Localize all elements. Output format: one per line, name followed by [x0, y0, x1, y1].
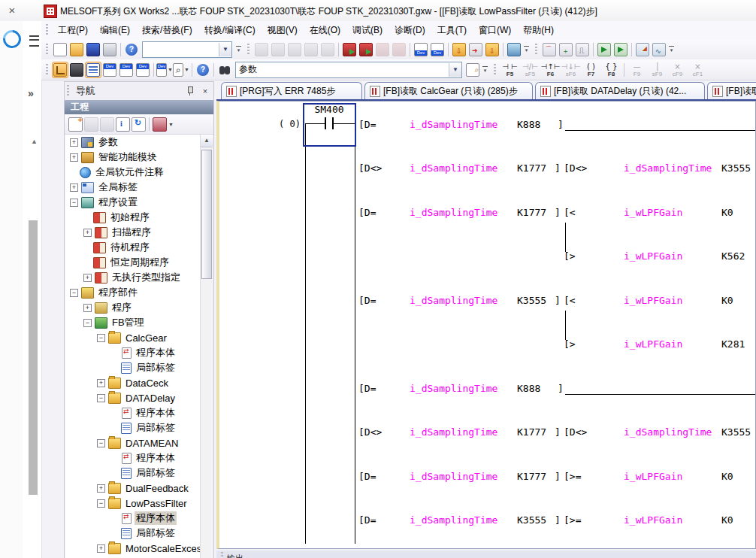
menu-item-7[interactable]: 诊断(D) [389, 22, 431, 39]
device-operand[interactable]: i_dSamplingTime [410, 119, 497, 131]
instruction-op[interactable]: [D= [358, 207, 376, 219]
module-config-button[interactable] [68, 62, 85, 78]
menu-item-2[interactable]: 搜索/替换(F) [136, 22, 198, 39]
hamburger-icon[interactable] [29, 35, 39, 47]
tree-item-智能功能模块[interactable]: +智能功能模块 [65, 150, 200, 165]
constant-operand[interactable]: K888 [517, 119, 540, 131]
nav-scrollbar[interactable]: ▲ [200, 135, 213, 558]
toolbar-overflow-icon[interactable] [667, 41, 676, 58]
tree-item-恒定周期程序[interactable]: 恒定周期程序 [65, 255, 200, 270]
device-operand[interactable]: i_dSamplingTime [410, 426, 497, 438]
constant-operand[interactable]: K0 [721, 514, 733, 526]
ladder-symbol-cF1[interactable]: ×cF1 [688, 61, 708, 79]
print-button[interactable] [101, 41, 118, 58]
close-bracket[interactable]: ] [555, 207, 561, 219]
instruction-op[interactable]: [D= [358, 514, 376, 526]
instruction-op[interactable]: [D<> [564, 426, 587, 438]
menu-grip[interactable] [46, 24, 48, 36]
combobox-value[interactable]: 参数 [236, 63, 449, 76]
tree-expand-icon[interactable]: − [97, 394, 105, 402]
close-bracket[interactable]: ] [558, 119, 564, 131]
instruction-op[interactable]: [> [564, 338, 576, 350]
tree-item-程序设置[interactable]: −程序设置 [65, 195, 200, 210]
tree-expand-icon[interactable]: − [70, 289, 78, 297]
close-bracket[interactable]: ] [555, 295, 561, 307]
device-write-button[interactable] [341, 41, 358, 58]
tree-item-参数[interactable]: +参数 [65, 135, 200, 150]
constant-operand[interactable]: K0 [721, 295, 733, 307]
toolbar-combobox[interactable]: 参数▼ [235, 62, 462, 78]
instruction-op[interactable]: [> [564, 250, 576, 262]
ladder-symbol-F6[interactable]: ⊣↑⊢F6 [540, 61, 561, 79]
tree-item-MotorScaleExcessiveE[interactable]: +MotorScaleExcessiveE [65, 541, 200, 556]
device-operand[interactable]: i_dSamplingTime [410, 295, 497, 307]
device-search-button[interactable]: ▼ [173, 62, 189, 78]
device-verify-button[interactable] [374, 41, 391, 58]
menu-item-4[interactable]: 视图(V) [262, 22, 304, 39]
device-operand[interactable]: i_wLPFGain [624, 471, 682, 483]
tree-item-程序部件[interactable]: −程序部件 [65, 285, 200, 300]
ladder-symbol-sF5[interactable]: ⊣/⊢sF5 [520, 61, 540, 79]
device-diff-button[interactable] [391, 41, 407, 58]
close-bracket[interactable]: ] [555, 426, 561, 438]
tree-item-程序本体[interactable]: 程序本体 [65, 450, 200, 466]
double-chevron-icon[interactable]: » [28, 87, 34, 99]
tree-item-DualFeedback[interactable]: +DualFeedback [65, 481, 200, 496]
new-item-icon[interactable] [68, 117, 83, 132]
tree-expand-icon[interactable]: + [70, 183, 78, 192]
tree-expand-icon[interactable]: − [83, 319, 92, 327]
instruction-op[interactable]: [D= [358, 383, 376, 395]
help2-button[interactable]: ? [195, 62, 211, 78]
device-operand[interactable]: i_wLPFGain [624, 295, 682, 307]
jump-step-button[interactable] [467, 41, 484, 58]
instruction-op[interactable]: [D= [358, 119, 376, 131]
constant-operand[interactable]: K562 [721, 250, 745, 262]
close-icon[interactable]: × [5, 4, 19, 17]
constant-operand[interactable]: K0 [721, 207, 733, 219]
ladder-symbol-sF9[interactable]: │sF9 [647, 61, 667, 79]
instruction-op[interactable]: [>= [564, 471, 581, 483]
sort-filter-icon[interactable] [153, 117, 167, 132]
graph-zoom-button[interactable] [541, 41, 558, 58]
device-operand[interactable]: i_dSamplingTime [410, 471, 497, 483]
tree-item-程序本体[interactable]: 程序本体 [65, 511, 200, 526]
cut-button[interactable] [253, 41, 270, 58]
tree-expand-icon[interactable]: + [97, 379, 105, 387]
constant-operand[interactable]: K1777 [517, 471, 546, 483]
list-view-button[interactable] [85, 62, 101, 78]
project-tree-button[interactable] [52, 62, 68, 78]
ladder-symbol-F8[interactable]: { }F8 [601, 61, 621, 79]
instruction-op[interactable]: [D<> [564, 162, 587, 174]
paste-icon[interactable] [100, 117, 114, 132]
toolbar-overflow-icon[interactable] [522, 41, 531, 58]
device-operand[interactable]: i_wLPFGain [624, 338, 682, 350]
instruction-op[interactable]: [>= [564, 514, 581, 526]
nav-scroll-up-icon[interactable]: ▲ [201, 135, 213, 147]
tree-expand-icon[interactable]: + [97, 544, 105, 553]
copy-icon[interactable] [84, 117, 98, 132]
toolbar-grip[interactable] [46, 64, 48, 76]
tree-item-局部标签[interactable]: 局部标签 [65, 360, 200, 375]
monitor-pc-button[interactable] [506, 41, 522, 58]
constant-operand[interactable]: K281 [721, 338, 745, 350]
tree-item-无执行类型指定[interactable]: +无执行类型指定 [65, 270, 200, 285]
constant-operand[interactable]: K888 [517, 383, 540, 395]
menu-item-0[interactable]: 工程(P) [52, 22, 94, 39]
toolbar-grip[interactable] [46, 44, 48, 56]
tree-item-全局软元件注释[interactable]: 全局软元件注释 [65, 165, 200, 180]
device-find-button[interactable] [101, 62, 118, 78]
device-read-button[interactable] [358, 41, 374, 58]
pin-icon[interactable] [185, 86, 195, 96]
tree-item-程序本体[interactable]: 程序本体 [65, 345, 200, 360]
device-operand[interactable]: i_dSamplingTime [410, 383, 497, 395]
close-bracket[interactable]: ] [555, 162, 561, 174]
tree-expand-icon[interactable]: − [97, 334, 105, 342]
ladder-symbol-sF6[interactable]: ⊣↓⊢sF6 [561, 61, 581, 79]
ladder-symbol-F5[interactable]: ⊣ ⊢F5 [500, 61, 520, 79]
scale-meter2-button[interactable] [651, 41, 667, 58]
document-tab-1[interactable]: [FB]读取 CalcGear (只读) (285)步 [364, 82, 533, 99]
ladder-symbol-F7[interactable]: ( )F7 [581, 61, 601, 79]
comment-write-button[interactable] [429, 41, 446, 58]
document-tab-2[interactable]: [FB]读取 DATADelay (只读) (42... [535, 82, 705, 99]
toolbar-overflow-icon[interactable] [481, 62, 489, 78]
